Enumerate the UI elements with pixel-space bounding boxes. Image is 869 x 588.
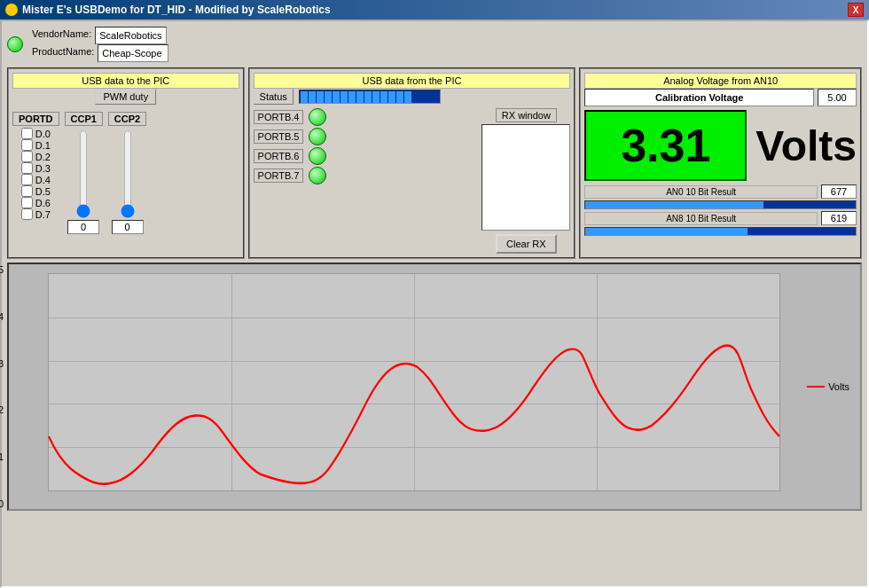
portb-led bbox=[309, 167, 326, 184]
portd-bits: D.0D.1D.2D.3D.4D.5D.6D.7 bbox=[21, 128, 51, 220]
portd-bit-checkbox[interactable] bbox=[21, 208, 33, 220]
portd-bit-checkbox[interactable] bbox=[21, 139, 33, 151]
portd-ccp-row: PORTD D.0D.1D.2D.3D.4D.5D.6D.7 CCP1 0 CC… bbox=[12, 112, 239, 234]
ccp1-group: CCP1 0 bbox=[65, 112, 103, 234]
progress-segment bbox=[356, 91, 364, 104]
chart-legend: Volts bbox=[807, 381, 849, 392]
analog-header: Analog Voltage from AN10 bbox=[584, 73, 857, 89]
an8-label: AN8 10 Bit Result bbox=[584, 212, 818, 225]
progress-segment bbox=[364, 91, 372, 104]
portd-bit-label: D.5 bbox=[35, 186, 51, 197]
an8-value: 619 bbox=[821, 211, 857, 225]
portd-bit-label: D.0 bbox=[35, 129, 51, 139]
portd-bit-row: D.5 bbox=[21, 185, 51, 197]
window-title: Mister E's USBDemo for DT_HID - Modified… bbox=[22, 4, 331, 16]
an0-result-row: AN0 10 Bit Result 677 bbox=[584, 184, 857, 199]
chart-y-label: 1 bbox=[0, 451, 4, 462]
portd-bit-checkbox[interactable] bbox=[21, 185, 33, 197]
portb-row: PORTB.6 bbox=[254, 147, 475, 165]
pwm-duty-label: PWM duty bbox=[95, 89, 156, 105]
progress-segment bbox=[372, 91, 380, 104]
portd-group: PORTD D.0D.1D.2D.3D.4D.5D.6D.7 bbox=[12, 112, 59, 220]
usb-to-pic-panel: USB data to the PIC PWM duty PORTD D.0D.… bbox=[7, 67, 245, 259]
portd-label: PORTD bbox=[12, 112, 59, 126]
vendor-key: VendorName: bbox=[32, 27, 91, 44]
ccp1-value: 0 bbox=[67, 220, 99, 234]
analog-panel: Analog Voltage from AN10 Calibration Vol… bbox=[579, 67, 862, 259]
portd-bit-label: D.7 bbox=[35, 209, 51, 220]
status-row: Status bbox=[254, 89, 571, 105]
an0-value: 677 bbox=[821, 184, 857, 199]
rx-window-label: RX window bbox=[496, 108, 557, 122]
status-progress bbox=[299, 90, 441, 104]
progress-segment bbox=[404, 91, 411, 104]
device-info: VendorName: ScaleRobotics ProductName: C… bbox=[32, 27, 168, 62]
portb-label: PORTB.7 bbox=[254, 169, 303, 183]
top-info-row: VendorName: ScaleRobotics ProductName: C… bbox=[7, 27, 862, 62]
an8-progress bbox=[584, 227, 857, 236]
chart-y-label: 5 bbox=[0, 264, 4, 275]
voltage-display-row: 3.31 Volts bbox=[584, 110, 857, 181]
progress-segment bbox=[301, 91, 308, 104]
portb-row: PORTB.4 bbox=[254, 108, 475, 126]
an0-progress bbox=[584, 200, 857, 209]
calib-value: 5.00 bbox=[818, 89, 857, 106]
ccp1-slider[interactable] bbox=[74, 129, 92, 218]
portd-bit-row: D.3 bbox=[21, 162, 51, 174]
ccp2-slider[interactable] bbox=[119, 129, 137, 218]
chart-y-label: 0 bbox=[0, 498, 4, 509]
portd-bit-row: D.6 bbox=[21, 197, 51, 208]
voltage-waveform bbox=[49, 346, 779, 484]
portb-row: PORTB.7 bbox=[254, 167, 475, 184]
portd-bit-checkbox[interactable] bbox=[21, 151, 33, 162]
progress-segment bbox=[396, 91, 403, 104]
usb-from-pic-header: USB data from the PIC bbox=[254, 73, 571, 89]
chart-y-label: 3 bbox=[0, 358, 4, 369]
portd-bit-row: D.1 bbox=[21, 139, 51, 151]
chart-y-label: 4 bbox=[0, 311, 4, 322]
progress-segment bbox=[333, 91, 340, 104]
vendor-value: ScaleRobotics bbox=[95, 27, 166, 44]
portd-bit-label: D.2 bbox=[35, 152, 51, 162]
status-label: Status bbox=[254, 89, 294, 105]
portd-bit-checkbox[interactable] bbox=[21, 197, 33, 208]
portd-bit-label: D.4 bbox=[35, 175, 51, 185]
portd-bit-checkbox[interactable] bbox=[21, 128, 33, 139]
title-bar: Mister E's USBDemo for DT_HID - Modified… bbox=[0, 0, 869, 20]
portb-label: PORTB.5 bbox=[254, 129, 303, 144]
volts-label: Volts bbox=[755, 110, 857, 181]
legend-line bbox=[807, 386, 825, 388]
portb-column: PORTB.4PORTB.5PORTB.6PORTB.7 bbox=[254, 108, 475, 254]
clear-rx-button[interactable]: Clear RX bbox=[496, 234, 557, 254]
chart-y-label: 2 bbox=[0, 404, 4, 415]
legend-label: Volts bbox=[828, 381, 849, 392]
progress-segment bbox=[388, 91, 395, 104]
app-icon bbox=[5, 4, 18, 16]
progress-segment bbox=[317, 91, 324, 104]
progress-segment bbox=[341, 91, 348, 104]
portd-bit-row: D.2 bbox=[21, 151, 51, 162]
progress-segment bbox=[309, 91, 316, 104]
an0-label: AN0 10 Bit Result bbox=[584, 185, 818, 199]
portb-label: PORTB.6 bbox=[254, 149, 303, 163]
product-key: ProductName: bbox=[32, 44, 94, 62]
ccp1-label: CCP1 bbox=[65, 112, 103, 126]
product-value: Cheap-Scope bbox=[98, 44, 168, 62]
rx-window[interactable] bbox=[481, 124, 570, 231]
portd-bit-row: D.0 bbox=[21, 128, 51, 139]
portd-bit-label: D.1 bbox=[35, 140, 51, 151]
ccp2-label: CCP2 bbox=[108, 112, 146, 126]
portd-bit-checkbox[interactable] bbox=[21, 162, 33, 174]
an8-result-row: AN8 10 Bit Result 619 bbox=[584, 211, 857, 225]
ccp2-group: CCP2 0 bbox=[108, 112, 146, 234]
portd-bit-label: D.6 bbox=[35, 198, 51, 208]
from-panel-inner: PORTB.4PORTB.5PORTB.6PORTB.7 RX window C… bbox=[254, 108, 571, 254]
portb-row: PORTB.5 bbox=[254, 128, 475, 145]
chart-y-axis: 543210 bbox=[0, 264, 4, 509]
close-button[interactable]: X bbox=[848, 3, 864, 17]
portd-bit-checkbox[interactable] bbox=[21, 174, 33, 185]
portb-led bbox=[309, 108, 326, 126]
progress-inner bbox=[300, 90, 412, 103]
an8-progress-fill bbox=[585, 228, 748, 235]
ccp2-value: 0 bbox=[112, 220, 144, 234]
